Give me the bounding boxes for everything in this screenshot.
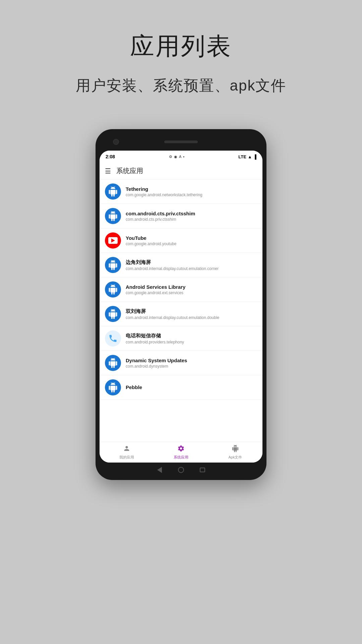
app-info: Tethering com.google.android.networkstac… bbox=[126, 186, 202, 197]
phone-speaker bbox=[164, 141, 198, 143]
app-package: com.google.android.ext.services bbox=[126, 290, 185, 295]
back-button[interactable] bbox=[156, 466, 164, 474]
list-item[interactable]: 电话和短信存储 com.android.providers.telephony bbox=[100, 326, 262, 351]
app-icon bbox=[105, 183, 121, 200]
app-icon bbox=[105, 281, 121, 298]
recent-icon bbox=[200, 468, 205, 472]
app-icon bbox=[105, 306, 121, 322]
person-icon bbox=[123, 445, 130, 454]
list-item[interactable]: 边角刘海屏 com.android.internal.display.cutou… bbox=[100, 253, 262, 277]
list-item[interactable]: com.android.cts.priv.ctsshim com.android… bbox=[100, 204, 262, 228]
gear-icon bbox=[177, 445, 185, 454]
phone-nav-buttons bbox=[100, 463, 262, 476]
shield-icon: ◉ bbox=[174, 155, 177, 159]
app-package: com.android.internal.display.cutout.emul… bbox=[126, 315, 219, 320]
list-item[interactable]: Dynamic System Updates com.android.dynsy… bbox=[100, 351, 262, 375]
nav-item-my-apps[interactable]: 我的应用 bbox=[100, 442, 154, 463]
app-name: Tethering bbox=[126, 186, 202, 192]
app-icon bbox=[105, 257, 121, 273]
home-button[interactable] bbox=[177, 466, 185, 474]
nav-item-system-apps[interactable]: 系统应用 bbox=[154, 442, 208, 463]
youtube-play-icon bbox=[108, 237, 118, 244]
android-icon bbox=[232, 445, 239, 454]
settings-notification-icon: ⚙ bbox=[169, 155, 172, 159]
vpn-icon: A bbox=[179, 155, 181, 159]
app-bar: ☰ 系统应用 bbox=[100, 163, 262, 179]
phone-mockup: 2:08 ⚙ ◉ A ▪ LTE ▲ ▐ ☰ 系统应用 bbox=[96, 129, 266, 480]
app-name: YouTube bbox=[126, 235, 176, 241]
list-item[interactable]: Tethering com.google.android.networkstac… bbox=[100, 179, 262, 204]
app-icon bbox=[105, 330, 121, 346]
app-info: 双刘海屏 com.android.internal.display.cutout… bbox=[126, 308, 219, 320]
nav-label-my-apps: 我的应用 bbox=[119, 455, 134, 460]
app-package: com.android.cts.priv.ctsshim bbox=[126, 217, 195, 222]
nav-item-apk-files[interactable]: Apk文件 bbox=[208, 442, 262, 463]
home-icon bbox=[178, 467, 184, 473]
app-list[interactable]: Tethering com.google.android.networkstac… bbox=[100, 179, 262, 442]
app-info: 边角刘海屏 com.android.internal.display.cutou… bbox=[126, 259, 219, 271]
page-title: 应用列表 bbox=[130, 30, 232, 62]
app-package: com.android.dynsystem bbox=[126, 364, 187, 369]
nav-label-apk-files: Apk文件 bbox=[229, 455, 242, 460]
app-name: 双刘海屏 bbox=[126, 308, 219, 315]
app-name: 边角刘海屏 bbox=[126, 259, 219, 266]
signal-icon: ▲ bbox=[248, 154, 252, 159]
app-package: com.google.android.networkstack.tetherin… bbox=[126, 193, 202, 197]
recent-button[interactable] bbox=[198, 466, 206, 474]
app-package: com.android.internal.display.cutout.emul… bbox=[126, 266, 219, 271]
phone-top-bar bbox=[100, 133, 262, 151]
app-icon bbox=[105, 355, 121, 371]
app-name: Android Services Library bbox=[126, 284, 185, 290]
app-name: Pebble bbox=[126, 384, 142, 390]
page-subtitle: 用户安装、系统预置、apk文件 bbox=[76, 76, 287, 96]
bottom-nav: 我的应用 系统应用 Apk文件 bbox=[100, 442, 262, 463]
status-bar: 2:08 ⚙ ◉ A ▪ LTE ▲ ▐ bbox=[100, 151, 262, 163]
app-icon bbox=[105, 379, 121, 395]
battery-status-icon: ▐ bbox=[253, 154, 256, 159]
app-info: Dynamic System Updates com.android.dynsy… bbox=[126, 358, 187, 369]
status-right: LTE ▲ ▐ bbox=[238, 154, 256, 159]
app-info: 电话和短信存储 com.android.providers.telephony bbox=[126, 333, 184, 344]
play-triangle bbox=[111, 238, 115, 243]
nav-label-system-apps: 系统应用 bbox=[174, 455, 188, 460]
list-item[interactable]: Android Services Library com.google.andr… bbox=[100, 277, 262, 302]
app-package: com.google.android.youtube bbox=[126, 241, 176, 246]
back-icon bbox=[157, 467, 162, 473]
list-item[interactable]: YouTube com.google.android.youtube bbox=[100, 228, 262, 253]
status-icons: ⚙ ◉ A ▪ bbox=[169, 155, 184, 159]
app-info: Android Services Library com.google.andr… bbox=[126, 284, 185, 295]
app-bar-title: 系统应用 bbox=[116, 166, 143, 175]
hamburger-menu-icon[interactable]: ☰ bbox=[105, 167, 111, 175]
app-info: YouTube com.google.android.youtube bbox=[126, 235, 176, 246]
battery-icon: ▪ bbox=[183, 155, 184, 159]
app-name: Dynamic System Updates bbox=[126, 358, 187, 363]
app-icon bbox=[105, 208, 121, 224]
app-info: Pebble bbox=[126, 384, 142, 391]
phone-camera bbox=[113, 139, 119, 145]
app-icon bbox=[105, 232, 121, 249]
app-name: 电话和短信存储 bbox=[126, 333, 184, 339]
status-time: 2:08 bbox=[106, 154, 115, 159]
app-info: com.android.cts.priv.ctsshim com.android… bbox=[126, 211, 195, 222]
list-item[interactable]: 双刘海屏 com.android.internal.display.cutout… bbox=[100, 302, 262, 326]
app-package: com.android.providers.telephony bbox=[126, 340, 184, 344]
phone-screen: 2:08 ⚙ ◉ A ▪ LTE ▲ ▐ ☰ 系统应用 bbox=[100, 151, 262, 463]
network-type: LTE bbox=[238, 154, 246, 159]
list-item[interactable]: Pebble bbox=[100, 375, 262, 400]
app-name: com.android.cts.priv.ctsshim bbox=[126, 211, 195, 216]
